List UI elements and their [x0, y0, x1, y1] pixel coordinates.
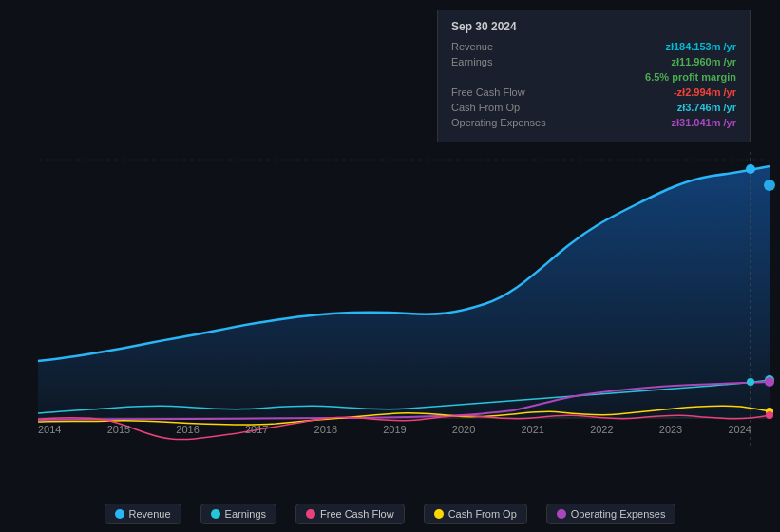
tooltip-title: Sep 30 2024 [451, 20, 736, 33]
legend-opex[interactable]: Operating Expenses [546, 504, 676, 524]
legend-dot-fcf [306, 509, 315, 519]
svg-point-10 [747, 378, 754, 386]
tooltip-row-fcf: Free Cash Flow -zł2.994m /yr [451, 86, 736, 98]
tooltip-value-fcf: -zł2.994m /yr [674, 86, 736, 98]
tooltip-value-opex: zł31.041m /yr [672, 117, 737, 128]
tooltip-value-cashop: zł3.746m /yr [677, 102, 736, 113]
legend-label-fcf: Free Cash Flow [320, 508, 394, 520]
x-2024: 2024 [728, 424, 751, 435]
tooltip-label-cashop: Cash From Op [451, 102, 520, 113]
x-2016: 2016 [176, 424, 199, 435]
x-2017: 2017 [245, 424, 268, 435]
x-2020: 2020 [452, 424, 475, 435]
legend-dot-earnings [211, 509, 220, 519]
svg-point-9 [746, 164, 755, 174]
legend-label-revenue: Revenue [129, 508, 171, 520]
tooltip-value-margin: 6.5% profit margin [645, 71, 736, 83]
tooltip-label-opex: Operating Expenses [451, 117, 546, 128]
tooltip-label-fcf: Free Cash Flow [451, 86, 525, 98]
x-2018: 2018 [314, 424, 337, 435]
x-2014: 2014 [38, 424, 61, 435]
tooltip-row-margin: 6.5% profit margin [451, 71, 736, 83]
legend-dot-opex [557, 509, 566, 519]
legend-label-cashop: Cash From Op [448, 508, 517, 520]
legend-label-earnings: Earnings [225, 508, 266, 520]
legend-label-opex: Operating Expenses [571, 508, 666, 520]
tooltip-row-opex: Operating Expenses zł31.041m /yr [451, 117, 736, 128]
x-axis: 2014 2015 2016 2017 2018 2019 2020 2021 … [0, 424, 780, 435]
x-2023: 2023 [659, 424, 682, 435]
tooltip-row-cashop: Cash From Op zł3.746m /yr [451, 102, 736, 113]
legend-dot-cashop [434, 509, 444, 519]
tooltip-label-earnings: Earnings [451, 56, 492, 67]
svg-point-3 [764, 180, 775, 191]
x-2021: 2021 [521, 424, 543, 435]
tooltip-value-earnings: zł11.960m /yr [672, 56, 737, 67]
legend-fcf[interactable]: Free Cash Flow [295, 504, 405, 524]
legend-earnings[interactable]: Earnings [200, 504, 276, 524]
legend-revenue[interactable]: Revenue [105, 504, 181, 524]
svg-point-5 [765, 377, 774, 387]
tooltip-row-revenue: Revenue zł184.153m /yr [451, 41, 736, 52]
svg-point-7 [766, 411, 773, 419]
tooltip-panel: Sep 30 2024 Revenue zł184.153m /yr Earni… [437, 10, 751, 142]
x-2022: 2022 [590, 424, 613, 435]
tooltip-label-revenue: Revenue [451, 41, 493, 52]
legend-bar: Revenue Earnings Free Cash Flow Cash Fro… [0, 504, 780, 524]
tooltip-value-revenue: zł184.153m /yr [665, 41, 736, 52]
x-2015: 2015 [107, 424, 130, 435]
legend-dot-revenue [115, 509, 124, 519]
legend-cashop[interactable]: Cash From Op [424, 504, 527, 524]
x-2019: 2019 [383, 424, 406, 435]
tooltip-row-earnings: Earnings zł11.960m /yr [451, 56, 736, 67]
chart-area: zł200m zł0 -zł20m [0, 0, 780, 484]
